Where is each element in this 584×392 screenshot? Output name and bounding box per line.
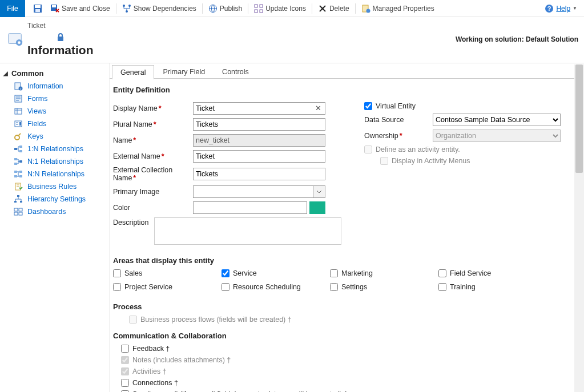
toolbar-label: Publish [220,5,242,13]
label-primary-image: Primary Image [113,188,193,196]
color-input[interactable] [193,201,307,214]
help-link[interactable]: ? Help ▼ [545,4,577,13]
nav-item-fields[interactable]: Fields [3,118,107,130]
external-name-input[interactable] [193,150,325,163]
svg-rect-45 [14,201,17,203]
tab-general[interactable]: General [112,65,154,79]
define-activity-checkbox: Define as an activity entity. [364,146,576,153]
nav-item-views[interactable]: Views [3,105,107,118]
primary-image-input[interactable] [193,185,313,198]
label-color: Color [113,204,193,212]
description-input[interactable] [154,217,341,245]
ownership-select: Organization [433,130,561,142]
nav-item-label: Dashboards [27,208,66,216]
label-data-source: Data Source [364,116,433,124]
label-external-collection-name: External Collection Name [113,166,193,182]
area-settings-checkbox[interactable]: Settings [330,283,438,291]
top-toolbar: File Save and Close Show Dependencies Pu… [0,0,584,17]
checkbox-label: Marketing [341,269,373,277]
display-name-input[interactable] [193,102,325,115]
area-field-service-checkbox[interactable]: Field Service [438,269,547,277]
bpf-checkbox: Business process flows (fields will be c… [113,316,576,324]
nav-item-business-rules[interactable]: Business Rules [3,180,107,193]
area-resource-scheduling-checkbox[interactable]: Resource Scheduling [221,283,330,291]
nav-item-icon [14,195,23,204]
comm-connections-checkbox[interactable]: Connections † [113,379,576,387]
area-service-checkbox[interactable]: Service [221,269,330,277]
checkbox-label: Define as an activity entity. [376,146,460,153]
svg-rect-22 [16,43,18,44]
svg-rect-4 [52,5,56,7]
tab-controls[interactable]: Controls [214,64,257,79]
entity-name: Ticket [27,22,94,30]
checkbox-label: Project Service [124,283,172,291]
svg-rect-21 [21,41,22,42]
disk-close-icon [50,4,59,13]
scrollbar[interactable]: ▲ ▼ [574,64,584,392]
checkbox-label: Connections † [132,379,178,387]
help-icon: ? [545,4,554,13]
label-ownership: Ownership [364,132,433,140]
nav-group-common[interactable]: ◢ Common [3,67,107,80]
svg-rect-38 [14,163,17,165]
svg-rect-36 [19,160,22,163]
color-swatch[interactable] [309,201,325,214]
nav-item-icon [14,107,23,116]
nav-item-icon [14,132,23,141]
section-process: Process [113,302,576,311]
data-source-select[interactable]: Contoso Sample Data Source [433,114,561,126]
properties-icon [361,4,370,13]
solution-status: Working on solution: Default Solution [456,35,578,43]
save-button[interactable] [30,2,46,15]
checkbox-label: Field Service [450,269,491,277]
checkbox-label: Business process flows (fields will be c… [140,316,292,324]
clear-icon[interactable]: ✕ [315,104,323,112]
nav-item-icon [14,182,23,191]
name-input [193,134,325,147]
label-name: Name [113,136,193,144]
svg-rect-39 [14,171,17,173]
managed-properties-button[interactable]: Managed Properties [358,2,438,15]
grid-icon [254,4,263,13]
label-description: Description [113,217,154,227]
area-sales-checkbox[interactable]: Sales [113,269,221,277]
svg-rect-34 [19,146,22,148]
nav-item-hierarchy-settings[interactable]: Hierarchy Settings [3,193,107,205]
scroll-thumb[interactable] [575,64,583,173]
tab-primary-field[interactable]: Primary Field [154,64,214,79]
checkbox-label: Settings [341,283,367,291]
delete-button[interactable]: Delete [315,2,353,15]
nav-item-dashboards[interactable]: Dashboards [3,205,107,218]
label-display-name: Display Name [113,104,193,112]
label-plural-name: Plural Name [113,120,193,128]
chevron-down-icon[interactable] [313,185,325,198]
file-menu[interactable]: File [0,0,25,17]
plural-name-input[interactable] [193,118,325,131]
nav-item-keys[interactable]: Keys [3,130,107,143]
svg-rect-40 [14,175,17,177]
display-activity-menus-checkbox: Display in Activity Menus [364,157,576,165]
svg-rect-10 [255,5,257,7]
toolbar-label: Save and Close [62,5,110,13]
area-training-checkbox[interactable]: Training [438,283,547,291]
show-dependencies-button[interactable]: Show Dependencies [119,2,200,15]
tab-strip: General Primary Field Controls [110,64,584,79]
nav-item-n-n-relationships[interactable]: N:N Relationships [3,168,107,180]
nav-item-label: Keys [27,132,43,140]
area-marketing-checkbox[interactable]: Marketing [330,269,438,277]
update-icons-button[interactable]: Update Icons [251,2,309,15]
nav-item-information[interactable]: iInformation [3,80,107,92]
nav-item-n-1-relationships[interactable]: N:1 Relationships [3,155,107,168]
svg-point-15 [366,9,370,13]
virtual-entity-checkbox[interactable]: Virtual Entity [364,102,576,110]
external-collection-name-input[interactable] [193,168,325,180]
nav-item-1-n-relationships[interactable]: 1:N Relationships [3,143,107,155]
comm-feedback-checkbox[interactable]: Feedback † [113,345,576,353]
nav-item-forms[interactable]: Forms [3,92,107,105]
area-project-service-checkbox[interactable]: Project Service [113,283,221,291]
save-and-close-button[interactable]: Save and Close [47,2,114,15]
toolbar-label: Show Dependencies [134,5,196,13]
nav-item-label: Business Rules [27,183,76,191]
section-communication: Communication & Collaboration [113,332,576,340]
publish-button[interactable]: Publish [205,2,245,15]
